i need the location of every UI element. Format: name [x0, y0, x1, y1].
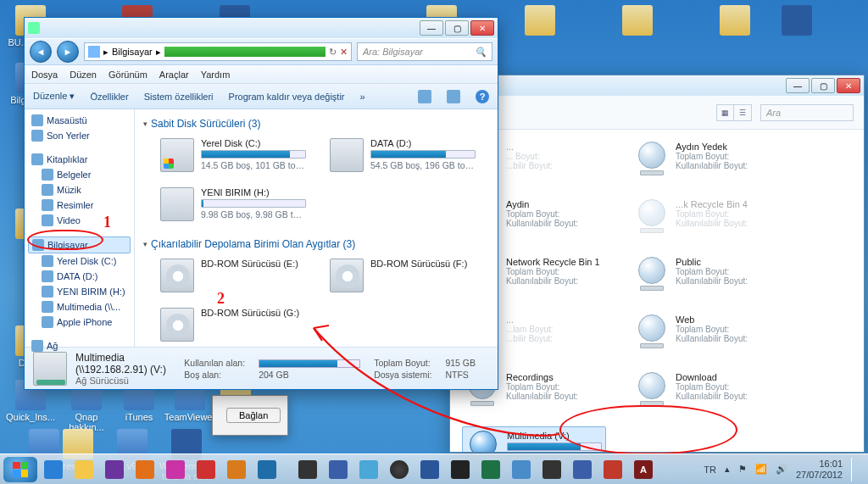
connect-dialog[interactable]: Bağlan — [212, 395, 288, 436]
nav-item-computer[interactable]: Bilgisayar — [28, 236, 131, 253]
network-shares-window[interactable]: — ▢ ✕ ▦ ☰ Ara ...... Boyut:...bilir Boyu… — [449, 75, 865, 453]
taskbar-app[interactable] — [537, 458, 566, 481]
taskbar-app[interactable] — [324, 458, 353, 481]
search-icon[interactable]: 🔍 — [475, 47, 487, 58]
menu-file[interactable]: Dosya — [31, 70, 58, 80]
share-item[interactable]: ...k Recycle Bin 4Toplam Boyut:Kullanıla… — [632, 196, 776, 236]
drive-h[interactable]: YENI BIRIM (H:)9.98 GB boş, 9.98 GB topl… — [157, 184, 309, 225]
taskbar[interactable]: A TR ▴ ⚑ 📶 🔊 16:01 27/07/2012 — [0, 453, 868, 484]
nav-item-drive-multimedia[interactable]: Multimedia (\\... — [28, 299, 131, 314]
breadcrumb[interactable]: ▸ — [156, 47, 161, 58]
content-pane[interactable]: Sabit Disk Sürücüleri (3) Yerel Disk (C:… — [135, 109, 498, 347]
taskbar-app[interactable] — [253, 458, 281, 481]
title-bar[interactable]: — ▢ ✕ — [450, 75, 864, 96]
taskbar-app[interactable] — [354, 458, 383, 481]
forward-button[interactable]: ► — [57, 41, 79, 63]
tray-network-icon[interactable]: 📶 — [755, 464, 767, 475]
share-item[interactable]: PublicToplam Boyut:Kullanılabilir Boyut: — [632, 253, 776, 294]
taskbar-app[interactable] — [507, 458, 536, 481]
taskbar-excel[interactable] — [476, 458, 505, 481]
show-desktop-button[interactable] — [851, 458, 858, 481]
minimize-button[interactable]: — — [420, 20, 443, 36]
taskbar-app[interactable] — [100, 458, 129, 481]
nav-item-pictures[interactable]: Resimler — [28, 197, 131, 213]
minimize-button[interactable]: — — [786, 78, 810, 93]
taskbar-ie[interactable] — [39, 458, 68, 481]
nav-item-music[interactable]: Müzik — [28, 182, 131, 197]
taskbar-app[interactable] — [222, 458, 251, 481]
taskbar-app[interactable] — [598, 458, 627, 481]
nav-item-desktop[interactable]: Masaüstü — [28, 113, 131, 128]
organize-button[interactable]: Düzenle ▾ — [33, 91, 75, 102]
share-item[interactable]: Aydın YedekToplam Boyut:Kullanılabilir B… — [632, 138, 776, 179]
taskbar-itunes[interactable] — [385, 458, 414, 481]
nav-item-libraries[interactable]: Kitaplıklar — [28, 152, 131, 167]
maximize-button[interactable]: ▢ — [811, 78, 835, 93]
nav-item-drive-d[interactable]: DATA (D:) — [28, 269, 131, 284]
taskbar-app[interactable]: A — [629, 458, 658, 481]
connect-button[interactable]: Bağlan — [226, 408, 281, 423]
view-options-icon[interactable] — [418, 90, 431, 103]
stop-icon[interactable]: ✕ — [340, 47, 348, 58]
menu-edit[interactable]: Düzen — [70, 70, 97, 80]
drive-g[interactable]: BD-ROM Sürücüsü (G:) — [157, 304, 309, 345]
taskbar-app[interactable] — [293, 458, 322, 481]
drive-d[interactable]: DATA (D:)54.5 GB boş, 196 GB toplam — [326, 135, 479, 175]
taskbar-app[interactable] — [192, 458, 220, 481]
start-button[interactable] — [3, 457, 37, 482]
nav-item-documents[interactable]: Belgeler — [28, 167, 131, 182]
help-icon[interactable]: ? — [476, 90, 489, 103]
clock[interactable]: 16:01 27/07/2012 — [796, 459, 843, 479]
drive-f[interactable]: BD-ROM Sürücüsü (F:) — [326, 255, 479, 296]
drive-c[interactable]: Yerel Disk (C:)14.5 GB boş, 101 GB topla… — [157, 135, 309, 175]
overflow-button[interactable]: » — [360, 92, 365, 102]
search-input[interactable]: Ara — [760, 104, 854, 121]
taskbar-app[interactable] — [568, 458, 597, 481]
taskbar-word[interactable] — [415, 458, 444, 481]
taskbar-cmd[interactable] — [446, 458, 475, 481]
address-bar[interactable]: ▸ Bilgisayar ▸ ↻ ✕ — [84, 42, 352, 61]
share-item-multimedia[interactable]: Multimedia (V:) 204 GB / 915 GB boş — [462, 426, 606, 452]
taskbar-explorer[interactable] — [70, 458, 98, 481]
tray-icon[interactable]: ⚑ — [738, 464, 747, 475]
nav-item-drive-c[interactable]: Yerel Disk (C:) — [28, 253, 131, 269]
view-icons-icon[interactable]: ▦ — [717, 105, 734, 120]
properties-button[interactable]: Özellikler — [90, 92, 128, 102]
nav-pane[interactable]: Masaüstü Son Yerler Kitaplıklar Belgeler… — [25, 109, 135, 347]
desktop-icon[interactable] — [610, 5, 665, 37]
taskbar-app[interactable] — [161, 458, 190, 481]
menu-help[interactable]: Yardım — [201, 70, 231, 80]
nav-item-video[interactable]: Video — [28, 213, 131, 228]
desktop-icon[interactable] — [770, 5, 824, 37]
nav-item-drive-h[interactable]: YENI BIRIM (H:) — [28, 284, 131, 299]
language-indicator[interactable]: TR — [704, 465, 716, 475]
maximize-button[interactable]: ▢ — [445, 20, 469, 36]
close-button[interactable]: ✕ — [837, 78, 860, 93]
menu-tools[interactable]: Araçlar — [159, 70, 189, 80]
tray-up-icon[interactable]: ▴ — [725, 464, 730, 475]
nav-item-recent[interactable]: Son Yerler — [28, 128, 131, 143]
title-bar[interactable]: — ▢ ✕ — [25, 18, 498, 38]
preview-pane-icon[interactable] — [447, 90, 460, 103]
uninstall-button[interactable]: Program kaldır veya değiştir — [229, 92, 345, 102]
system-properties-button[interactable]: Sistem özellikleri — [144, 92, 214, 102]
menu-bar[interactable]: Dosya Düzen Görünüm Araçlar Yardım — [25, 65, 498, 84]
desktop-icon[interactable] — [513, 5, 567, 37]
share-item[interactable]: WebToplam Boyut:Kullanılabilir Boyut: — [632, 311, 776, 352]
explorer-window[interactable]: — ▢ ✕ ◄ ► ▸ Bilgisayar ▸ ↻ ✕ Ara: Bilgis… — [24, 17, 498, 390]
view-switcher[interactable]: ▦ ☰ — [716, 104, 752, 121]
breadcrumb[interactable]: Bilgisayar — [112, 47, 153, 57]
close-button[interactable]: ✕ — [470, 20, 494, 36]
system-tray[interactable]: TR ▴ ⚑ 📶 🔊 16:01 27/07/2012 — [704, 458, 865, 481]
desktop-icon[interactable] — [708, 5, 762, 37]
view-list-icon[interactable]: ☰ — [734, 105, 751, 120]
section-hard-drives[interactable]: Sabit Disk Sürücüleri (3) — [143, 113, 489, 131]
menu-view[interactable]: Görünüm — [108, 70, 147, 80]
refresh-icon[interactable]: ↻ — [329, 47, 337, 58]
nav-item-iphone[interactable]: Apple iPhone — [28, 314, 131, 330]
back-button[interactable]: ◄ — [30, 41, 52, 63]
share-item[interactable]: DownloadToplam Boyut:Kullanılabilir Boyu… — [632, 369, 776, 409]
section-removable[interactable]: Çıkarılabilir Depolama Birimi Olan Aygıt… — [143, 233, 489, 252]
taskbar-app[interactable] — [131, 458, 159, 481]
tray-volume-icon[interactable]: 🔊 — [776, 464, 787, 475]
